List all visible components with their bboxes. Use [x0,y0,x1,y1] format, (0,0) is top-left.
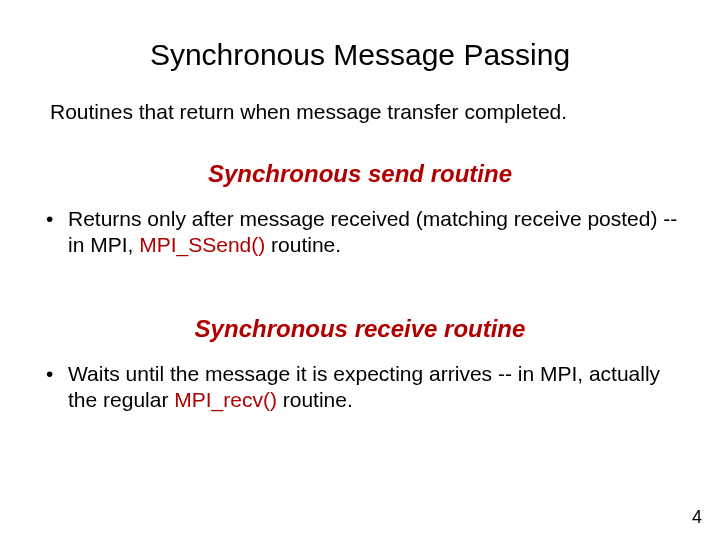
list-item: Returns only after message received (mat… [42,206,680,259]
list-item: Waits until the message it is expecting … [42,361,680,414]
section-heading-receive: Synchronous receive routine [40,315,680,343]
bullet-list-receive: Waits until the message it is expecting … [40,361,680,414]
bullet-text-pre: Waits until the message it is expecting … [68,362,660,411]
section-heading-send: Synchronous send routine [40,160,680,188]
bullet-list-send: Returns only after message received (mat… [40,206,680,259]
bullet-text-post: routine. [265,233,341,256]
intro-text: Routines that return when message transf… [50,100,680,124]
page-number: 4 [692,507,702,528]
bullet-text-post: routine. [277,388,353,411]
code-reference: MPI_recv() [174,388,277,411]
slide-title: Synchronous Message Passing [40,38,680,72]
code-reference: MPI_SSend() [139,233,265,256]
